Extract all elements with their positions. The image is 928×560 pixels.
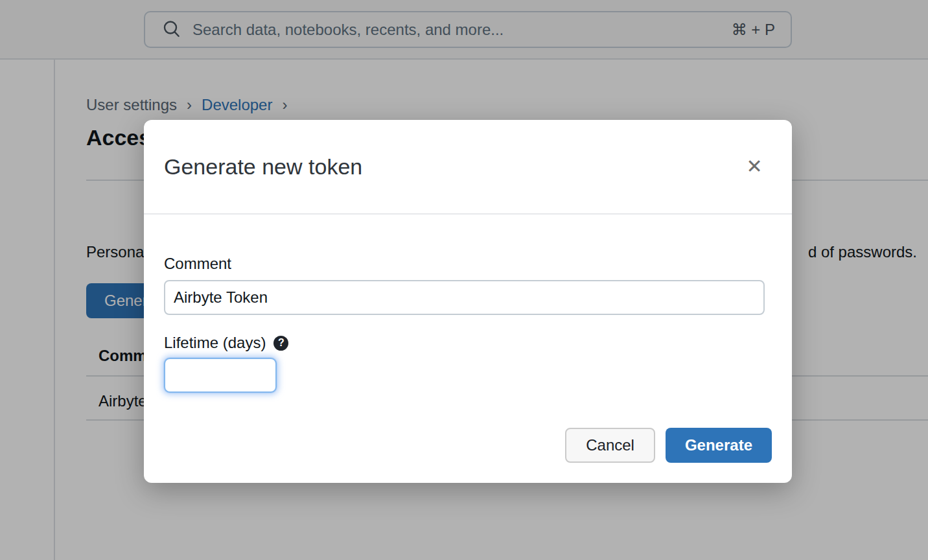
cancel-button[interactable]: Cancel <box>565 428 655 463</box>
generate-button[interactable]: Generate <box>666 428 772 463</box>
app-window: ⌘ + P User settings › Developer › Access… <box>0 0 928 560</box>
lifetime-label: Lifetime (days) <box>164 334 266 352</box>
modal-title: Generate new token <box>164 154 740 180</box>
help-icon[interactable]: ? <box>273 336 288 351</box>
comment-input[interactable] <box>164 280 765 315</box>
generate-token-modal: Generate new token ✕ Comment Lifetime (d… <box>144 120 792 483</box>
modal-header: Generate new token ✕ <box>144 120 792 215</box>
lifetime-label-row: Lifetime (days) ? <box>164 334 765 352</box>
modal-footer: Cancel Generate <box>144 428 772 463</box>
modal-body: Comment Lifetime (days) ? <box>164 215 765 393</box>
comment-label: Comment <box>164 255 765 273</box>
close-icon[interactable]: ✕ <box>740 152 769 181</box>
lifetime-input[interactable] <box>164 358 277 393</box>
